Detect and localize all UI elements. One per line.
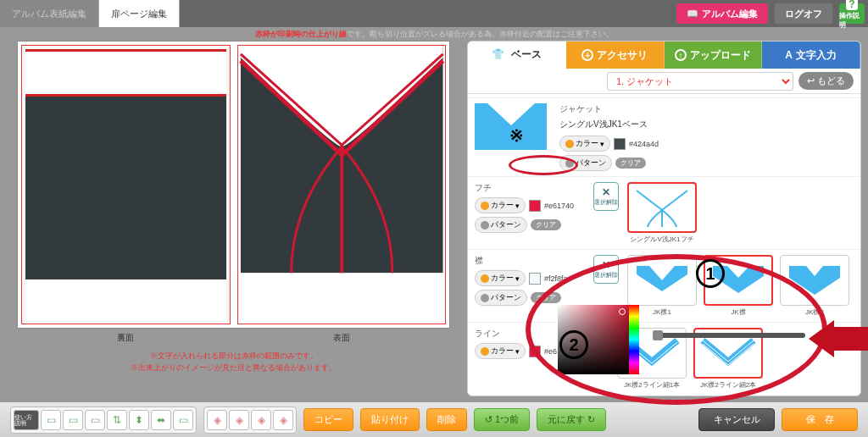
warning-bar: 赤枠が印刷時の仕上がり線です。断ち切り位置がズレる場合がある為、赤枠付近の配置は… bbox=[0, 27, 868, 41]
svg-rect-1 bbox=[240, 273, 442, 324]
page-back[interactable] bbox=[21, 45, 231, 324]
rtab-text[interactable]: A文字入力 bbox=[762, 41, 860, 69]
annotation-num-2: 2 bbox=[559, 330, 588, 359]
label-front: 表面 bbox=[234, 332, 451, 344]
hue-slider[interactable] bbox=[629, 305, 639, 374]
layer-tool-3[interactable]: ◈ bbox=[251, 410, 271, 430]
layer-select[interactable]: 1. ジャケット bbox=[607, 72, 793, 91]
layer-tool-1[interactable]: ◈ bbox=[207, 410, 227, 430]
question-icon bbox=[846, 0, 858, 10]
cancel-button[interactable]: キャンセル bbox=[698, 408, 775, 431]
fuchi-swatch[interactable] bbox=[529, 200, 541, 212]
fuchi-thumb-1[interactable] bbox=[627, 182, 697, 233]
text-icon: A bbox=[785, 49, 793, 61]
section-fuchi-title: フチ bbox=[475, 182, 585, 194]
tab-cover-edit[interactable]: アルバム表紙編集 bbox=[0, 0, 99, 27]
section-jacket-title: ジャケット bbox=[559, 103, 854, 115]
delete-button[interactable]: 削除 bbox=[426, 408, 467, 431]
eri-swatch[interactable] bbox=[529, 273, 541, 285]
rtab-upload[interactable]: ↑アップロード bbox=[665, 41, 763, 69]
fuchi-clear[interactable]: クリア bbox=[531, 219, 561, 230]
section-eri-title: 襟 bbox=[475, 255, 585, 267]
logoff-button[interactable]: ログオフ bbox=[775, 3, 832, 24]
jacket-hex: #424a4d bbox=[629, 140, 659, 148]
eri-color-chip[interactable]: カラー▾ bbox=[475, 270, 526, 286]
undo-button[interactable]: ↺ 1つ前 bbox=[474, 408, 530, 431]
help-button[interactable]: 操作説明 bbox=[839, 3, 865, 24]
eri-thumb-1[interactable] bbox=[627, 255, 697, 306]
jacket-subtitle: シングルV浅JK1ベース bbox=[559, 119, 854, 130]
jacket-color-chip[interactable]: カラー▾ bbox=[559, 136, 610, 152]
align-tool-3[interactable]: ▭ bbox=[85, 410, 105, 430]
jacket-clear[interactable]: クリア bbox=[615, 158, 646, 169]
plus-icon: + bbox=[581, 49, 593, 61]
album-edit-button[interactable]: アルバム編集 bbox=[676, 3, 768, 24]
jacket-pattern-chip[interactable]: パターン bbox=[559, 155, 612, 171]
eri-thumb-3[interactable] bbox=[780, 255, 849, 306]
save-button[interactable]: 保 存 bbox=[782, 408, 858, 431]
rtab-accessory[interactable]: +アクセサリ bbox=[566, 41, 665, 69]
fuchi-color-chip[interactable]: カラー▾ bbox=[475, 197, 526, 213]
picker-cursor[interactable] bbox=[619, 308, 626, 315]
align-tool-2[interactable]: ▭ bbox=[63, 410, 83, 430]
tab-page-edit[interactable]: 扉ページ編集 bbox=[99, 0, 180, 27]
eri-remove[interactable]: ✕選択解除 bbox=[593, 255, 619, 284]
copy-button[interactable]: コピー bbox=[303, 408, 353, 431]
align-tool-1[interactable]: ▭ bbox=[41, 410, 61, 430]
book-icon bbox=[687, 8, 702, 19]
eri-clear[interactable]: クリア bbox=[531, 292, 561, 303]
page-front[interactable] bbox=[237, 45, 447, 324]
line-swatch[interactable] bbox=[529, 346, 541, 357]
align-tool-4[interactable]: ⇅ bbox=[107, 410, 127, 430]
paste-button[interactable]: 貼り付け bbox=[360, 408, 420, 431]
annotation-num-1: 1 bbox=[696, 259, 725, 288]
jacket-preview-svg bbox=[238, 46, 446, 324]
design-canvas[interactable] bbox=[17, 41, 450, 329]
fuchi-thumb-1-label: シングルV浅JK1フチ bbox=[630, 235, 693, 244]
eri-pattern-chip[interactable]: パターン bbox=[475, 290, 527, 306]
jacket-swatch[interactable] bbox=[614, 138, 626, 150]
fuchi-remove[interactable]: ✕選択解除 bbox=[593, 182, 619, 211]
fuchi-hex: #e61740 bbox=[544, 202, 574, 210]
rtab-base[interactable]: 👕 ベース bbox=[468, 41, 566, 69]
align-tool-6[interactable]: ⬌ bbox=[151, 410, 171, 430]
layer-tool-2[interactable]: ◈ bbox=[229, 410, 249, 430]
value-slider[interactable] bbox=[653, 333, 805, 338]
line-color-chip[interactable]: カラー▾ bbox=[475, 343, 526, 359]
align-tool-7[interactable]: ▭ bbox=[173, 410, 193, 430]
usage-help-button[interactable]: 使い方 説明 bbox=[14, 410, 39, 430]
align-tool-5[interactable]: ⬍ bbox=[129, 410, 149, 430]
back-button[interactable]: ↩ もどる bbox=[798, 72, 854, 90]
fuchi-pattern-chip[interactable]: パターン bbox=[475, 217, 527, 233]
redo-button[interactable]: 元に戻す ↻ bbox=[537, 408, 606, 431]
annotation-star: ※ bbox=[509, 125, 524, 146]
annotation-arrow bbox=[809, 320, 868, 357]
label-back: 裏面 bbox=[17, 332, 234, 344]
right-panel: 👕 ベース +アクセサリ ↑アップロード A文字入力 1. ジャケット ↩ もど… bbox=[467, 41, 861, 396]
eri-hex: #f2f8fa bbox=[544, 274, 568, 283]
upload-icon: ↑ bbox=[675, 49, 687, 61]
canvas-notes: ※文字が入れられる部分は赤枠の範囲のみです。 ※出来上がりのイメージが見た目と異… bbox=[17, 351, 450, 373]
layer-tool-4[interactable]: ◈ bbox=[273, 410, 293, 430]
